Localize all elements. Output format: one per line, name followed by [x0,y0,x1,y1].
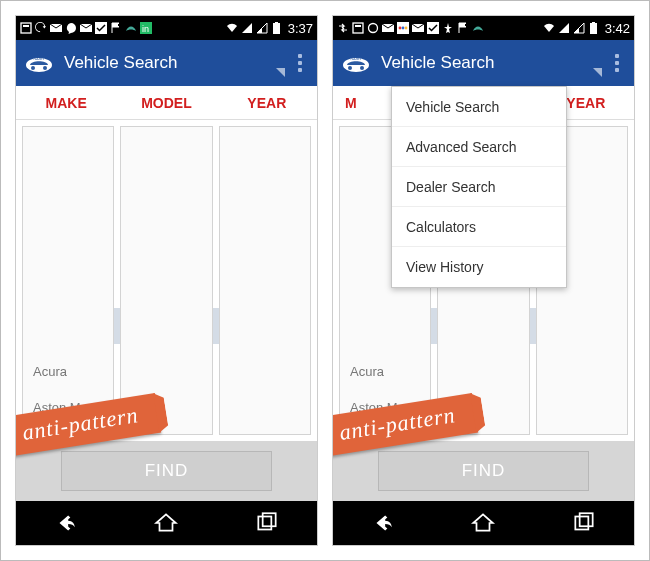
dropdown-item-advanced-search[interactable]: Advanced Search [392,127,566,167]
home-icon[interactable] [463,508,503,538]
sync-icon [367,22,379,34]
hangouts-icon [65,22,77,34]
nav-bar [333,501,634,545]
svg-rect-15 [353,23,363,33]
signal-icon-2 [256,22,268,34]
dropdown-item-calculators[interactable]: Calculators [392,207,566,247]
svg-text:.com: .com [350,55,361,61]
home-icon[interactable] [146,508,186,538]
back-icon[interactable] [363,508,403,538]
find-row: FIND [16,441,317,501]
wifi-icon [543,22,555,34]
find-button[interactable]: FIND [378,451,589,491]
app-logo-icon: .com [24,51,54,75]
svg-point-10 [31,66,35,70]
gator-icon [125,22,137,34]
status-bar: in 3:37 [16,16,317,40]
phone-right: 3:42 .com Vehicle Search M MODEL YEAR Ac… [332,15,635,546]
svg-rect-8 [275,22,278,23]
phone-left: in 3:37 .com Vehicle Search MAKE MODEL Y… [15,15,318,546]
title-dropdown-menu: Vehicle Search Advanced Search Dealer Se… [391,86,567,288]
tabs-row: MAKE MODEL YEAR [16,86,317,120]
svg-text:in: in [142,24,149,34]
signal-icon [241,22,253,34]
check-icon [427,22,439,34]
recents-icon[interactable] [247,508,287,538]
app-bar: .com Vehicle Search [333,40,634,86]
battery-icon [588,22,600,34]
dropdown-item-view-history[interactable]: View History [392,247,566,287]
mail-icon-2 [80,22,92,34]
check-icon [95,22,107,34]
svg-point-28 [348,66,352,70]
pickers-area: Acura Aston Martin [16,120,317,441]
arrows-icon [337,22,349,34]
recents-icon[interactable] [564,508,604,538]
status-clock: 3:42 [605,21,630,36]
svg-text:.com: .com [33,55,44,61]
wifi-icon [226,22,238,34]
flag-icon [457,22,469,34]
tab-model[interactable]: MODEL [116,95,216,111]
ebay-icon [397,22,409,34]
app-title-text: Vehicle Search [381,53,494,72]
app-bar: .com Vehicle Search [16,40,317,86]
sync-icon [35,22,47,34]
picker-make-item[interactable]: Acura [340,353,430,389]
svg-rect-0 [21,23,31,33]
svg-point-21 [402,27,405,30]
battery-icon [271,22,283,34]
app-title[interactable]: Vehicle Search [381,53,598,73]
svg-rect-13 [258,517,271,530]
svg-point-20 [399,27,402,30]
status-bar: 3:42 [333,16,634,40]
signal-icon [558,22,570,34]
tab-year[interactable]: YEAR [217,95,317,111]
linkedin-icon: in [140,22,152,34]
find-button[interactable]: FIND [61,451,272,491]
svg-rect-32 [579,513,592,526]
pin-icon [442,22,454,34]
overflow-menu-icon[interactable] [291,54,309,72]
spinner-indicator-icon [276,68,285,77]
picker-make-column[interactable]: Acura Aston Martin [22,126,114,435]
overflow-menu-icon[interactable] [608,54,626,72]
find-row: FIND [333,441,634,501]
svg-point-22 [405,27,408,30]
app-logo-icon: .com [341,51,371,75]
tab-icon [352,22,364,34]
app-title-text: Vehicle Search [64,53,177,72]
mail-icon [50,22,62,34]
svg-rect-14 [262,513,275,526]
svg-rect-26 [592,22,595,23]
dropdown-item-dealer-search[interactable]: Dealer Search [392,167,566,207]
nav-bar [16,501,317,545]
svg-rect-25 [590,23,597,34]
svg-rect-16 [355,25,361,27]
svg-point-17 [369,24,378,33]
svg-rect-7 [273,23,280,34]
dropdown-item-vehicle-search[interactable]: Vehicle Search [392,87,566,127]
spinner-indicator-icon [593,68,602,77]
svg-rect-31 [575,517,588,530]
svg-rect-1 [23,25,29,27]
svg-point-11 [43,66,47,70]
signal-icon-2 [573,22,585,34]
picker-make-item[interactable]: Acura [23,353,113,389]
mail-icon [382,22,394,34]
gator-icon [472,22,484,34]
back-icon[interactable] [46,508,86,538]
svg-point-29 [360,66,364,70]
status-clock: 3:37 [288,21,313,36]
mail-icon-2 [412,22,424,34]
flag-icon [110,22,122,34]
picker-model-column[interactable] [120,126,212,435]
tab-icon [20,22,32,34]
tab-make[interactable]: MAKE [16,95,116,111]
app-title[interactable]: Vehicle Search [64,53,281,73]
picker-year-column[interactable] [219,126,311,435]
